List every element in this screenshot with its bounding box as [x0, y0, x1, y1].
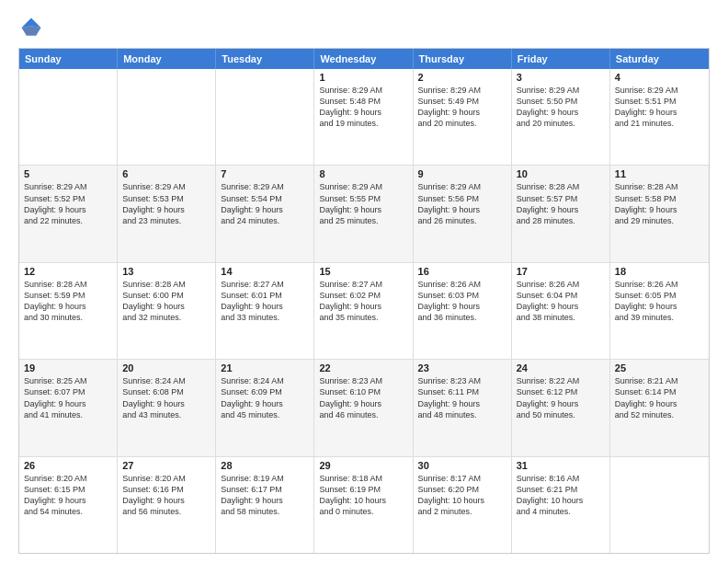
- cell-info: Sunrise: 8:29 AM Sunset: 5:50 PM Dayligh…: [517, 85, 605, 130]
- day-cell-8: 8Sunrise: 8:29 AM Sunset: 5:55 PM Daylig…: [314, 166, 413, 261]
- day-number: 30: [418, 460, 506, 471]
- cell-info: Sunrise: 8:19 AM Sunset: 6:17 PM Dayligh…: [221, 473, 309, 518]
- day-number: 26: [24, 460, 112, 471]
- day-cell-31: 31Sunrise: 8:16 AM Sunset: 6:21 PM Dayli…: [512, 457, 610, 553]
- logo: [18, 15, 48, 40]
- day-number: 19: [24, 362, 112, 373]
- day-number: 17: [517, 266, 605, 277]
- day-number: 15: [319, 266, 407, 277]
- cell-info: Sunrise: 8:29 AM Sunset: 5:56 PM Dayligh…: [418, 181, 506, 226]
- day-number: 24: [517, 362, 605, 373]
- cell-info: Sunrise: 8:23 AM Sunset: 6:10 PM Dayligh…: [319, 375, 407, 420]
- day-cell-29: 29Sunrise: 8:18 AM Sunset: 6:19 PM Dayli…: [314, 457, 413, 553]
- empty-cell: [216, 69, 314, 165]
- day-header-saturday: Saturday: [610, 49, 709, 69]
- day-cell-26: 26Sunrise: 8:20 AM Sunset: 6:15 PM Dayli…: [19, 457, 118, 553]
- day-cell-7: 7Sunrise: 8:29 AM Sunset: 5:54 PM Daylig…: [216, 166, 314, 261]
- cell-info: Sunrise: 8:28 AM Sunset: 6:00 PM Dayligh…: [122, 279, 210, 324]
- svg-marker-1: [22, 26, 41, 36]
- day-cell-17: 17Sunrise: 8:26 AM Sunset: 6:04 PM Dayli…: [512, 263, 610, 359]
- empty-cell: [610, 457, 709, 553]
- cell-info: Sunrise: 8:28 AM Sunset: 5:58 PM Dayligh…: [615, 181, 704, 226]
- cell-info: Sunrise: 8:21 AM Sunset: 6:14 PM Dayligh…: [615, 375, 704, 420]
- day-number: 29: [319, 460, 407, 471]
- day-cell-6: 6Sunrise: 8:29 AM Sunset: 5:53 PM Daylig…: [118, 166, 216, 261]
- day-number: 16: [418, 266, 506, 277]
- cell-info: Sunrise: 8:23 AM Sunset: 6:11 PM Dayligh…: [418, 375, 506, 420]
- cell-info: Sunrise: 8:27 AM Sunset: 6:02 PM Dayligh…: [319, 279, 407, 324]
- day-number: 20: [122, 362, 210, 373]
- day-cell-24: 24Sunrise: 8:22 AM Sunset: 6:12 PM Dayli…: [512, 360, 610, 455]
- cell-info: Sunrise: 8:17 AM Sunset: 6:20 PM Dayligh…: [418, 473, 506, 518]
- day-number: 18: [615, 266, 704, 277]
- day-number: 21: [221, 362, 309, 373]
- day-header-tuesday: Tuesday: [216, 49, 314, 69]
- day-number: 23: [418, 362, 506, 373]
- day-number: 6: [122, 168, 210, 179]
- cell-info: Sunrise: 8:18 AM Sunset: 6:19 PM Dayligh…: [319, 473, 407, 518]
- day-cell-11: 11Sunrise: 8:28 AM Sunset: 5:58 PM Dayli…: [610, 166, 709, 261]
- day-cell-14: 14Sunrise: 8:27 AM Sunset: 6:01 PM Dayli…: [216, 263, 314, 359]
- day-number: 3: [517, 72, 605, 83]
- logo-icon: [18, 15, 44, 40]
- day-cell-10: 10Sunrise: 8:28 AM Sunset: 5:57 PM Dayli…: [512, 166, 610, 261]
- day-number: 13: [122, 266, 210, 277]
- day-cell-19: 19Sunrise: 8:25 AM Sunset: 6:07 PM Dayli…: [19, 360, 118, 455]
- cell-info: Sunrise: 8:26 AM Sunset: 6:04 PM Dayligh…: [517, 279, 605, 324]
- day-cell-28: 28Sunrise: 8:19 AM Sunset: 6:17 PM Dayli…: [216, 457, 314, 553]
- cell-info: Sunrise: 8:29 AM Sunset: 5:51 PM Dayligh…: [615, 85, 704, 130]
- day-number: 12: [24, 266, 112, 277]
- day-cell-3: 3Sunrise: 8:29 AM Sunset: 5:50 PM Daylig…: [512, 69, 610, 165]
- empty-cell: [19, 69, 118, 165]
- cell-info: Sunrise: 8:29 AM Sunset: 5:55 PM Dayligh…: [319, 181, 407, 226]
- cell-info: Sunrise: 8:29 AM Sunset: 5:52 PM Dayligh…: [24, 181, 112, 226]
- day-number: 7: [221, 168, 309, 179]
- week-row-5: 26Sunrise: 8:20 AM Sunset: 6:15 PM Dayli…: [19, 457, 709, 553]
- day-number: 27: [122, 460, 210, 471]
- day-cell-2: 2Sunrise: 8:29 AM Sunset: 5:49 PM Daylig…: [414, 69, 512, 165]
- week-row-4: 19Sunrise: 8:25 AM Sunset: 6:07 PM Dayli…: [19, 360, 709, 456]
- day-number: 4: [615, 72, 704, 83]
- cell-info: Sunrise: 8:29 AM Sunset: 5:53 PM Dayligh…: [122, 181, 210, 226]
- day-cell-27: 27Sunrise: 8:20 AM Sunset: 6:16 PM Dayli…: [118, 457, 216, 553]
- cell-info: Sunrise: 8:24 AM Sunset: 6:09 PM Dayligh…: [221, 375, 309, 420]
- cell-info: Sunrise: 8:20 AM Sunset: 6:16 PM Dayligh…: [122, 473, 210, 518]
- day-cell-20: 20Sunrise: 8:24 AM Sunset: 6:08 PM Dayli…: [118, 360, 216, 455]
- day-header-sunday: Sunday: [19, 49, 118, 69]
- day-cell-23: 23Sunrise: 8:23 AM Sunset: 6:11 PM Dayli…: [414, 360, 512, 455]
- cell-info: Sunrise: 8:28 AM Sunset: 5:59 PM Dayligh…: [24, 279, 112, 324]
- cell-info: Sunrise: 8:26 AM Sunset: 6:05 PM Dayligh…: [615, 279, 704, 324]
- day-cell-25: 25Sunrise: 8:21 AM Sunset: 6:14 PM Dayli…: [610, 360, 709, 455]
- page: SundayMondayTuesdayWednesdayThursdayFrid…: [0, 0, 728, 563]
- week-row-2: 5Sunrise: 8:29 AM Sunset: 5:52 PM Daylig…: [19, 166, 709, 262]
- calendar-body: 1Sunrise: 8:29 AM Sunset: 5:48 PM Daylig…: [19, 69, 709, 553]
- header: [18, 15, 710, 40]
- day-number: 1: [319, 72, 407, 83]
- day-number: 25: [615, 362, 704, 373]
- calendar: SundayMondayTuesdayWednesdayThursdayFrid…: [18, 48, 710, 554]
- cell-info: Sunrise: 8:29 AM Sunset: 5:49 PM Dayligh…: [418, 85, 506, 130]
- day-number: 2: [418, 72, 506, 83]
- day-header-thursday: Thursday: [414, 49, 512, 69]
- cell-info: Sunrise: 8:29 AM Sunset: 5:54 PM Dayligh…: [221, 181, 309, 226]
- empty-cell: [118, 69, 216, 165]
- day-number: 11: [615, 168, 704, 179]
- cell-info: Sunrise: 8:22 AM Sunset: 6:12 PM Dayligh…: [517, 375, 605, 420]
- day-cell-12: 12Sunrise: 8:28 AM Sunset: 5:59 PM Dayli…: [19, 263, 118, 359]
- cell-info: Sunrise: 8:24 AM Sunset: 6:08 PM Dayligh…: [122, 375, 210, 420]
- day-number: 8: [319, 168, 407, 179]
- day-cell-1: 1Sunrise: 8:29 AM Sunset: 5:48 PM Daylig…: [314, 69, 413, 165]
- day-cell-15: 15Sunrise: 8:27 AM Sunset: 6:02 PM Dayli…: [314, 263, 413, 359]
- day-header-wednesday: Wednesday: [314, 49, 413, 69]
- day-number: 31: [517, 460, 605, 471]
- week-row-1: 1Sunrise: 8:29 AM Sunset: 5:48 PM Daylig…: [19, 69, 709, 166]
- cell-info: Sunrise: 8:29 AM Sunset: 5:48 PM Dayligh…: [319, 85, 407, 130]
- day-cell-16: 16Sunrise: 8:26 AM Sunset: 6:03 PM Dayli…: [414, 263, 512, 359]
- day-number: 5: [24, 168, 112, 179]
- cell-info: Sunrise: 8:25 AM Sunset: 6:07 PM Dayligh…: [24, 375, 112, 420]
- day-cell-13: 13Sunrise: 8:28 AM Sunset: 6:00 PM Dayli…: [118, 263, 216, 359]
- day-cell-21: 21Sunrise: 8:24 AM Sunset: 6:09 PM Dayli…: [216, 360, 314, 455]
- day-number: 10: [517, 168, 605, 179]
- day-cell-22: 22Sunrise: 8:23 AM Sunset: 6:10 PM Dayli…: [314, 360, 413, 455]
- cell-info: Sunrise: 8:27 AM Sunset: 6:01 PM Dayligh…: [221, 279, 309, 324]
